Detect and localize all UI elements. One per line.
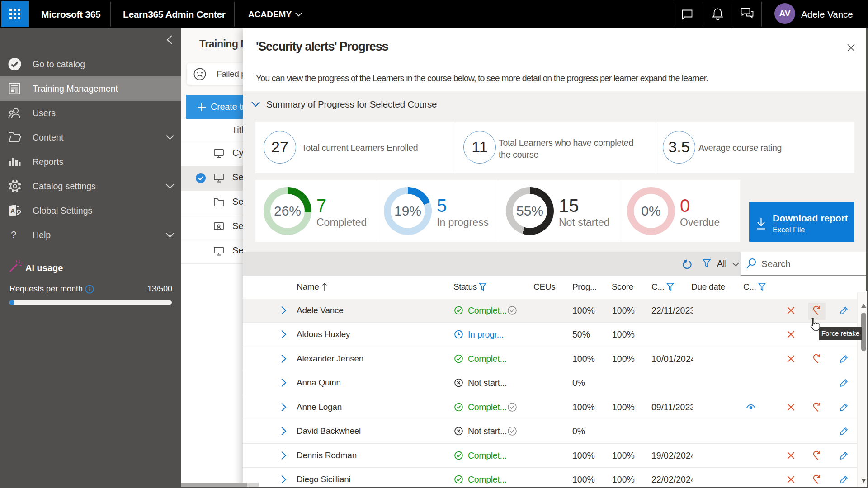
svg-text:A: A xyxy=(10,207,15,215)
